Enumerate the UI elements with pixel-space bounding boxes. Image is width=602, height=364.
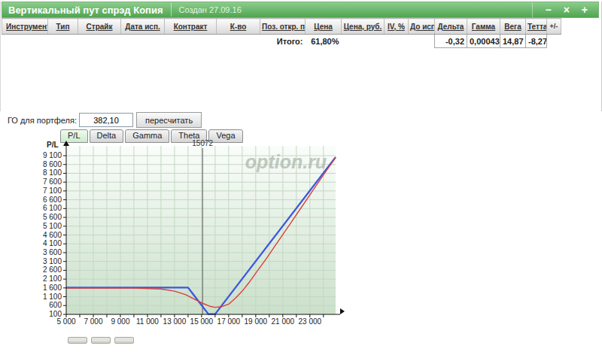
col-header-type[interactable]: Тип: [48, 19, 78, 35]
y-tick-label: 5 100: [43, 222, 62, 230]
window-title-bar: Вертикальный пут спрэд Копия Создан 27.0…: [2, 2, 599, 18]
chart-footer-controls: [68, 337, 134, 344]
y-tick-label: 1 100: [43, 293, 62, 301]
pl-chart: option.ru150725 0007 0009 00011 00013 00…: [38, 138, 348, 335]
totals-vega: 14,87: [500, 35, 526, 48]
y-tick-label: 600: [49, 301, 62, 309]
table-header-row: ИнструментТипСтрайкДата исп.КонтрактК-во…: [2, 19, 561, 35]
col-header-open_at[interactable]: Поз. откр. по: [260, 19, 306, 35]
col-header-delta[interactable]: Дельта: [435, 19, 467, 35]
portfolio-margin-label: ГО для портфеля:: [8, 116, 77, 125]
x-tick-label: 7 000: [84, 317, 102, 326]
totals-gamma: 0,000438: [467, 35, 500, 48]
x-tick-label: 13 000: [163, 317, 187, 326]
totals-theta: -8,27: [526, 35, 547, 48]
y-tick-label: 7 600: [43, 177, 62, 186]
totals-delta: -0,32: [435, 35, 467, 48]
x-tick-label: 11 000: [136, 317, 159, 326]
totals-price: 61,80%: [306, 35, 342, 48]
x-tick-label: 15 000: [190, 317, 214, 326]
col-header-close: +/-: [547, 19, 561, 35]
x-tick-label: 19 000: [245, 317, 268, 326]
watermark: option.ru: [245, 151, 327, 172]
y-tick-label: 2 100: [43, 275, 62, 283]
y-tick-label: 5 600: [43, 213, 62, 221]
col-header-price_rub[interactable]: Цена, руб.: [342, 19, 385, 35]
totals-row: Итого: 61,80% -0,32 0,000438 14,87 -8,27: [2, 35, 561, 48]
y-tick-label: 6 600: [43, 196, 62, 204]
col-header-strike[interactable]: Страйк: [78, 19, 121, 35]
y-tick-label: 4 600: [43, 231, 62, 239]
y-axis-title: P/L: [47, 141, 59, 149]
y-tick-label: 4 100: [43, 239, 62, 247]
y-tick-label: 8 600: [43, 160, 62, 168]
x-tick-label: 17 000: [217, 317, 241, 326]
y-tick-label: 100: [49, 310, 62, 318]
y-tick-label: 3 600: [43, 248, 62, 256]
col-header-days[interactable]: До исп.: [409, 19, 435, 35]
window-controls: − × +: [532, 2, 598, 17]
y-tick-label: 1 600: [43, 284, 62, 292]
y-tick-label: 6 100: [43, 204, 62, 212]
col-header-vega[interactable]: Вега: [500, 19, 526, 35]
chart-control-button[interactable]: [114, 337, 134, 344]
x-tick-label: 23 000: [299, 317, 322, 326]
positions-table: ИнструментТипСтрайкДата исп.КонтрактК-во…: [2, 18, 561, 48]
y-tick-label: 7 100: [43, 187, 62, 195]
created-date-label: Создан 27.09.16: [171, 3, 533, 17]
portfolio-margin-input[interactable]: [79, 113, 133, 127]
y-tick-label: 8 100: [43, 168, 62, 177]
col-header-iv[interactable]: IV, %: [385, 19, 409, 35]
col-header-qty[interactable]: К-во: [217, 19, 260, 35]
y-axis-arrow: [63, 141, 69, 146]
col-header-instrument[interactable]: Инструмент: [2, 19, 48, 35]
chart-control-button[interactable]: [68, 337, 87, 344]
x-axis-arrow: [340, 308, 345, 314]
window-title: Вертикальный пут спрэд Копия: [2, 5, 171, 16]
col-header-price[interactable]: Цена: [306, 19, 342, 35]
col-header-gamma[interactable]: Гамма: [467, 19, 500, 35]
y-tick-label: 9 100: [43, 151, 62, 159]
x-tick-label: 9 000: [111, 317, 129, 326]
col-header-theta[interactable]: Тетта: [526, 19, 547, 35]
close-icon[interactable]: ×: [564, 5, 570, 15]
totals-label: Итого:: [260, 35, 306, 48]
y-tick-label: 3 100: [43, 257, 62, 265]
chart-control-button[interactable]: [91, 337, 111, 344]
price-marker-label: 15072: [192, 139, 213, 147]
add-icon[interactable]: +: [582, 5, 588, 15]
col-header-expiry[interactable]: Дата исп.: [121, 19, 165, 35]
x-tick-label: 5 000: [56, 317, 75, 326]
x-tick-label: 21 000: [272, 317, 295, 326]
recalculate-button[interactable]: пересчитать: [136, 112, 202, 128]
minimize-icon[interactable]: −: [545, 5, 551, 15]
y-tick-label: 2 600: [43, 265, 62, 274]
col-header-contract[interactable]: Контракт: [165, 19, 217, 35]
